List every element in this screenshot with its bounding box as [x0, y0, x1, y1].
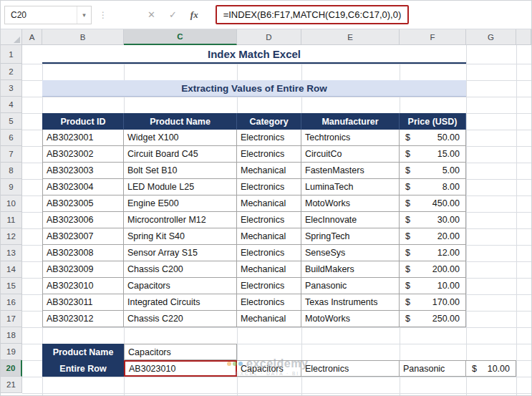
insert-function-icon[interactable]: fx	[190, 9, 198, 21]
row-header[interactable]: 12	[1, 228, 22, 245]
table-header-cell[interactable]: Manufacturer	[301, 113, 400, 130]
table-cell[interactable]: $15.00	[400, 146, 466, 163]
row-header[interactable]: 10	[1, 195, 22, 212]
row-header[interactable]: 6	[1, 130, 22, 146]
table-cell[interactable]: FastenMasters	[301, 163, 400, 179]
table-cell[interactable]: Mechanical	[237, 195, 301, 212]
table-cell[interactable]: Widget X100	[124, 130, 237, 146]
table-cell[interactable]: AB3023003	[42, 163, 124, 179]
table-header-cell[interactable]: Product Name	[124, 113, 237, 130]
table-cell[interactable]: MotoWorks	[301, 195, 400, 212]
row-header[interactable]: 21	[1, 377, 22, 393]
table-cell[interactable]: $450.00	[400, 195, 466, 212]
sheet-subtitle-cell[interactable]: Extracting Values of Entire Row	[42, 80, 466, 97]
table-cell[interactable]: Mechanical	[237, 163, 301, 179]
table-cell[interactable]: Mechanical	[237, 311, 301, 327]
cell-entire-row-result[interactable]: Panasonic	[400, 360, 466, 377]
table-cell[interactable]: Electronics	[237, 130, 301, 146]
table-cell[interactable]: AB3023012	[42, 311, 124, 327]
table-cell[interactable]: AB3023005	[42, 195, 124, 212]
table-cell[interactable]: Electronics	[237, 146, 301, 163]
row-header[interactable]: 11	[1, 212, 22, 228]
row-header[interactable]: 17	[1, 311, 22, 327]
table-cell[interactable]: Texas Instruments	[301, 294, 400, 311]
table-cell[interactable]: SpringTech	[301, 228, 400, 245]
table-cell[interactable]: AB3023002	[42, 146, 124, 163]
cell-entire-row-price[interactable]: $10.00	[466, 360, 516, 377]
table-cell[interactable]: Mechanical	[237, 228, 301, 245]
row-header[interactable]: 16	[1, 294, 22, 311]
table-cell[interactable]: Chassis C200	[124, 261, 237, 278]
table-cell[interactable]: MotoWorks	[301, 311, 400, 327]
table-cell[interactable]: AB3023001	[42, 130, 124, 146]
select-all-corner[interactable]	[1, 29, 22, 45]
table-cell[interactable]: SenseSys	[301, 245, 400, 261]
table-cell[interactable]: Sensor Array S15	[124, 245, 237, 261]
table-cell[interactable]: $30.00	[400, 212, 466, 228]
table-header-cell[interactable]: Price (USD)	[400, 113, 466, 130]
column-header-B[interactable]: B	[42, 29, 124, 45]
table-cell[interactable]: Engine E500	[124, 195, 237, 212]
table-cell[interactable]: AB3023009	[42, 261, 124, 278]
table-cell[interactable]: BuildMakers	[301, 261, 400, 278]
row-header[interactable]: 1	[1, 45, 22, 64]
table-cell[interactable]: AB3023004	[42, 179, 124, 195]
table-cell[interactable]: CircuitCo	[301, 146, 400, 163]
table-cell[interactable]: Electronics	[237, 245, 301, 261]
row-header[interactable]: 9	[1, 179, 22, 195]
table-cell[interactable]: $12.00	[400, 245, 466, 261]
row-header[interactable]: 4	[1, 97, 22, 113]
table-cell[interactable]: Microcontroller M12	[124, 212, 237, 228]
table-cell[interactable]: AB3023011	[42, 294, 124, 311]
row-header[interactable]: 2	[1, 64, 22, 80]
row-header[interactable]: 7	[1, 146, 22, 163]
enter-icon[interactable]: ✓	[169, 9, 177, 20]
table-cell[interactable]: $8.00	[400, 179, 466, 195]
table-cell[interactable]: Mechanical	[237, 261, 301, 278]
sheet-title-cell[interactable]: Index Match Excel	[42, 45, 466, 64]
table-cell[interactable]: Electronics	[237, 212, 301, 228]
table-cell[interactable]: Techtronics	[301, 130, 400, 146]
table-cell[interactable]: $10.00	[400, 278, 466, 294]
column-header-blank[interactable]	[516, 29, 531, 45]
cell-entire-row-label[interactable]: Entire Row	[42, 360, 124, 377]
table-cell[interactable]: Electronics	[237, 278, 301, 294]
table-cell[interactable]: $170.00	[400, 294, 466, 311]
row-header[interactable]: 3	[1, 80, 22, 97]
table-cell[interactable]: Circuit Board C45	[124, 146, 237, 163]
table-cell[interactable]: $200.00	[400, 261, 466, 278]
table-cell[interactable]: Electronics	[237, 179, 301, 195]
active-cell-C20[interactable]: AB3023010	[124, 360, 237, 377]
column-header-C[interactable]: C	[124, 29, 237, 45]
table-cell[interactable]: Integrated Circuits	[124, 294, 237, 311]
cell-entire-row-result[interactable]: Capacitors	[237, 360, 301, 377]
row-header[interactable]: 18	[1, 327, 22, 344]
cell-product-name-label[interactable]: Product Name	[42, 344, 124, 360]
column-header-F[interactable]: F	[400, 29, 466, 45]
table-cell[interactable]: Bolt Set B10	[124, 163, 237, 179]
column-header-D[interactable]: D	[237, 29, 301, 45]
table-cell[interactable]: AB3023008	[42, 245, 124, 261]
table-cell[interactable]: $20.00	[400, 228, 466, 245]
table-cell[interactable]: AB3023007	[42, 228, 124, 245]
table-cell[interactable]: Electronics	[237, 294, 301, 311]
name-box[interactable]: C20 ▾	[4, 6, 92, 24]
table-cell[interactable]: AB3023006	[42, 212, 124, 228]
table-cell[interactable]: Chassis C220	[124, 311, 237, 327]
column-header-G[interactable]: G	[466, 29, 516, 45]
row-header[interactable]: 8	[1, 163, 22, 179]
row-header[interactable]: 14	[1, 261, 22, 278]
table-header-cell[interactable]: Category	[237, 113, 301, 130]
cancel-icon[interactable]: ✕	[147, 9, 155, 20]
table-cell[interactable]: LED Module L25	[124, 179, 237, 195]
cell-entire-row-result[interactable]: Electronics	[301, 360, 400, 377]
row-header[interactable]: 13	[1, 245, 22, 261]
row-header[interactable]: 15	[1, 278, 22, 294]
table-cell[interactable]: Capacitors	[124, 278, 237, 294]
cell-product-name-value[interactable]: Capacitors	[124, 344, 237, 360]
column-header-E[interactable]: E	[301, 29, 400, 45]
table-cell[interactable]: Spring Kit S40	[124, 228, 237, 245]
table-cell[interactable]: $5.00	[400, 163, 466, 179]
table-cell[interactable]: Panasonic	[301, 278, 400, 294]
column-header-A[interactable]: A	[22, 29, 42, 45]
